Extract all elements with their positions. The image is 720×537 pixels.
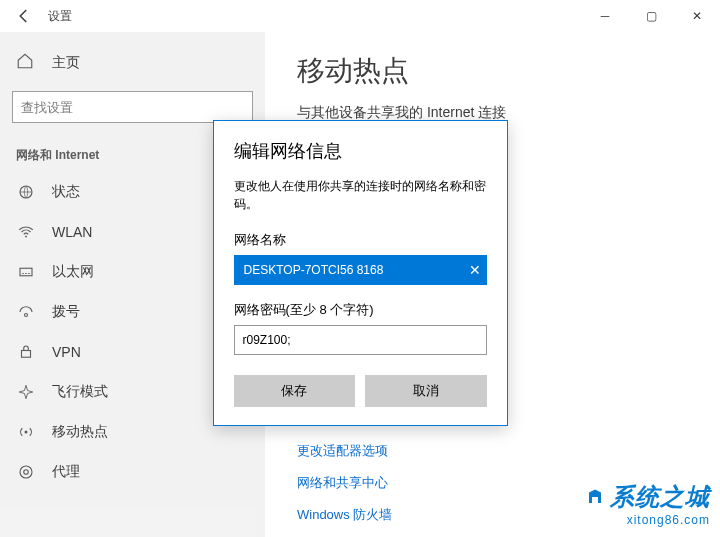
dialog-title: 编辑网络信息 — [234, 139, 487, 163]
watermark: 系统之城 xitong86.com — [586, 481, 710, 527]
network-password-input[interactable] — [234, 325, 487, 355]
close-icon: ✕ — [469, 262, 481, 278]
modal-overlay: 编辑网络信息 更改他人在使用你共享的连接时的网络名称和密码。 网络名称 ✕ 网络… — [0, 0, 720, 537]
clear-input-button[interactable]: ✕ — [469, 262, 481, 278]
network-name-input[interactable] — [234, 255, 487, 285]
dialog-description: 更改他人在使用你共享的连接时的网络名称和密码。 — [234, 177, 487, 213]
network-name-label: 网络名称 — [234, 231, 487, 249]
save-button[interactable]: 保存 — [234, 375, 356, 407]
cancel-button[interactable]: 取消 — [365, 375, 487, 407]
watermark-url: xitong86.com — [586, 513, 710, 527]
network-password-label: 网络密码(至少 8 个字符) — [234, 301, 487, 319]
edit-network-dialog: 编辑网络信息 更改他人在使用你共享的连接时的网络名称和密码。 网络名称 ✕ 网络… — [213, 120, 508, 426]
watermark-brand: 系统之城 — [610, 481, 710, 513]
watermark-logo-icon — [586, 488, 604, 506]
